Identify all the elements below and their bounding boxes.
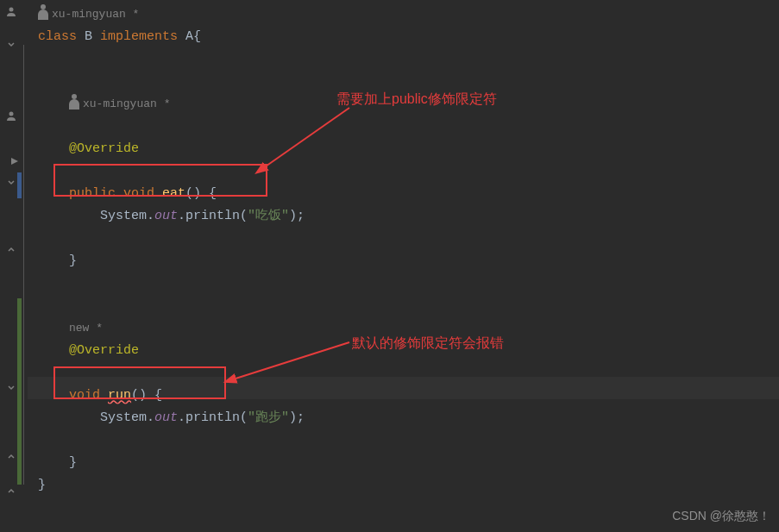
fold-close-icon[interactable] <box>3 448 19 464</box>
code-editor[interactable]: xu-mingyuan * class B implements A{ xu-m… <box>0 0 779 532</box>
code-line-class-close: } <box>38 474 779 497</box>
code-line-run-signature: void run() { <box>38 385 779 407</box>
person-icon <box>3 3 19 19</box>
svg-point-0 <box>9 8 14 12</box>
fold-close-icon[interactable] <box>3 483 19 498</box>
svg-point-1 <box>9 112 14 116</box>
code-line-override1: @Override <box>38 138 779 160</box>
code-line-eat-signature: public void eat() { <box>38 183 779 205</box>
code-line-run-close: } <box>38 452 779 474</box>
fold-close-icon[interactable] <box>3 241 19 257</box>
error-run-method: run <box>108 388 131 403</box>
author-hint-line: xu-mingyuan * <box>38 3 779 26</box>
code-line-run-body: System.out.println("跑步"); <box>38 407 779 429</box>
editor-gutter <box>0 0 28 532</box>
fold-open-icon[interactable] <box>3 36 19 52</box>
code-content[interactable]: xu-mingyuan * class B implements A{ xu-m… <box>28 0 779 532</box>
author-hint: xu-mingyuan * <box>83 97 170 110</box>
person-icon <box>3 108 19 123</box>
annotation-public-modifier: 需要加上public修饰限定符 <box>336 88 497 110</box>
watermark: CSDN @徐憨憨！ <box>672 506 770 525</box>
fold-open-icon[interactable] <box>3 379 19 395</box>
code-line-eat-close: } <box>38 250 779 272</box>
fold-open-icon[interactable] <box>3 174 19 190</box>
code-line-class: class B implements A{ <box>38 26 779 48</box>
play-icon[interactable] <box>7 153 22 169</box>
annotation-default-modifier: 默认的修饰限定符会报错 <box>352 332 504 354</box>
code-line-eat-body: System.out.println("吃饭"); <box>38 205 779 228</box>
author-hint: xu-mingyuan * <box>52 8 139 21</box>
